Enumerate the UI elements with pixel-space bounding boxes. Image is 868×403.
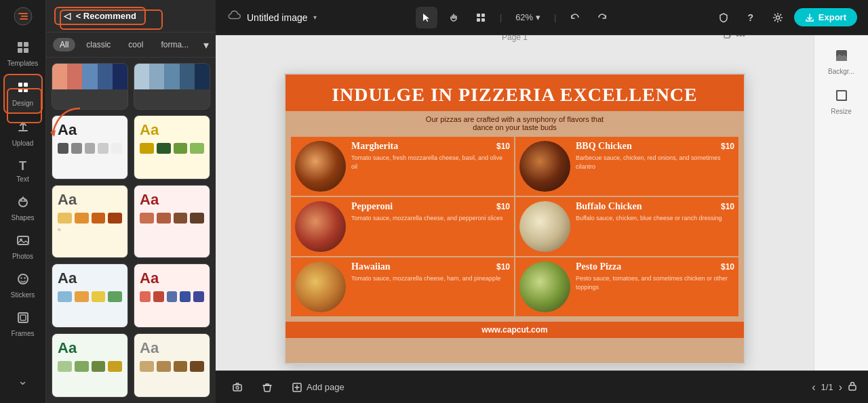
font-swatch	[85, 143, 96, 154]
item-price: $10	[496, 262, 510, 272]
palette-card-6[interactable]: Aa	[134, 185, 210, 259]
undo-button[interactable]	[564, 7, 586, 28]
prev-page-button[interactable]: ‹	[812, 381, 815, 394]
sidebar-item-templates-label: Templates	[7, 60, 39, 67]
canvas-title: INDULGE IN PIZZERIA EXCELLENCE	[296, 84, 733, 106]
help-button[interactable]: ?	[740, 7, 762, 28]
filter-formal[interactable]: forma...	[154, 38, 195, 51]
hand-tool-button[interactable]	[443, 7, 465, 28]
layout-tool-button[interactable]	[470, 7, 492, 28]
back-chevron: ◁	[64, 11, 71, 21]
design-icon	[16, 81, 30, 98]
svg-rect-1	[18, 42, 22, 47]
redo-button[interactable]	[591, 7, 613, 28]
pizza-menu-canvas[interactable]: INDULGE IN PIZZERIA EXCELLENCE Our pizza…	[284, 73, 745, 364]
font-aa-label: Aa	[58, 191, 122, 209]
swatch	[52, 64, 67, 89]
sidebar-item-stickers[interactable]: Stickers	[3, 267, 43, 304]
item-price: $10	[496, 202, 510, 211]
filter-row: All classic cool forma... ▾	[46, 33, 216, 58]
next-page-button[interactable]: ›	[839, 381, 842, 394]
palette-card-3[interactable]: Aa	[52, 115, 128, 179]
palette-card-2[interactable]	[134, 63, 210, 110]
item-price: $10	[721, 202, 734, 211]
filter-cool[interactable]: cool	[121, 38, 150, 51]
menu-name-row: Pesto Pizza $10	[576, 261, 734, 272]
canvas-area[interactable]: Page 1 ••• INDULGE IN PIZZERIA EXCELLENC…	[216, 35, 814, 370]
canvas-header: INDULGE IN PIZZERIA EXCELLENCE	[285, 75, 744, 111]
item-price: $10	[721, 142, 734, 151]
settings-button[interactable]	[767, 7, 789, 28]
palette-card-7[interactable]: Aa	[52, 263, 128, 328]
menu-info: Margherita $10 Tomato sauce, fresh mozza…	[351, 141, 510, 171]
font-aa-label: Aa	[140, 339, 204, 357]
font-swatch	[92, 291, 106, 302]
svg-rect-18	[481, 14, 485, 17]
svg-point-14	[24, 277, 25, 278]
svg-rect-5	[18, 83, 22, 87]
document-title: Untitled image	[247, 12, 308, 23]
font-swatch	[140, 143, 154, 154]
delete-page-button[interactable]	[256, 377, 278, 398]
divider2: |	[554, 13, 556, 22]
font-swatch	[157, 361, 171, 372]
menu-item: Hawaiian $10 Tomato sauce, mozzarella ch…	[291, 257, 514, 316]
lock-button[interactable]	[848, 381, 857, 394]
page-copy-button[interactable]	[722, 35, 732, 41]
zoom-label: 62%	[515, 12, 533, 22]
menu-name-row: Hawaiian $10	[351, 261, 510, 272]
font-swatch	[153, 291, 164, 302]
background-tool[interactable]: Backgr...	[818, 43, 865, 81]
title-chevron-icon[interactable]: ▾	[313, 14, 317, 21]
swatch-row	[134, 64, 210, 89]
zoom-chevron-icon: ▾	[536, 12, 540, 22]
select-tool-button[interactable]	[416, 7, 437, 28]
zoom-control[interactable]: 62% ▾	[510, 9, 546, 25]
font-swatch	[190, 361, 204, 372]
stickers-icon	[16, 272, 30, 289]
page-more-button[interactable]: •••	[736, 35, 745, 41]
recommend-button[interactable]: ◁ < Recommend	[54, 7, 146, 25]
palette-card-4[interactable]: Aa	[134, 115, 210, 179]
divider: |	[500, 13, 502, 22]
top-bar-right: ? Export	[713, 7, 857, 28]
sidebar-item-templates[interactable]: Templates	[3, 35, 43, 72]
menu-item: Buffalo Chicken $10 Buffalo sauce, chick…	[515, 197, 738, 256]
palette-card-9[interactable]: Aa	[52, 333, 128, 398]
font-swatch	[75, 213, 89, 224]
filter-all[interactable]: All	[53, 38, 75, 51]
font-swatch	[108, 291, 122, 302]
palette-card-8[interactable]: Aa	[134, 263, 210, 328]
palette-card-10[interactable]: Aa	[134, 333, 210, 398]
sidebar-item-photos[interactable]: Photos	[3, 228, 43, 266]
font-aa-label: Aa	[140, 191, 204, 209]
top-bar-left: Untitled image ▾	[226, 9, 317, 25]
sidebar-item-design[interactable]: Design	[3, 74, 43, 114]
font-swatch	[167, 291, 178, 302]
menu-name-row: Buffalo Chicken $10	[576, 201, 734, 212]
sidebar-item-text[interactable]: T Text	[3, 154, 43, 188]
svg-rect-7	[18, 88, 22, 92]
export-button[interactable]: Export	[794, 8, 857, 26]
background-label: Backgr...	[828, 68, 854, 75]
menu-name-row: BBQ Chicken $10	[576, 141, 734, 152]
svg-rect-19	[477, 18, 480, 22]
snapshot-button[interactable]	[226, 377, 248, 398]
sidebar-item-shapes[interactable]: Shapes	[3, 190, 43, 227]
pizza-image-margherita	[295, 141, 346, 192]
add-page-button[interactable]: Add page	[286, 379, 350, 396]
font-swatch	[71, 143, 82, 154]
shield-button[interactable]	[713, 7, 734, 28]
filter-classic[interactable]: classic	[79, 38, 117, 51]
svg-rect-4	[24, 48, 28, 53]
sidebar-item-upload[interactable]: Upload	[3, 115, 43, 152]
menu-item: BBQ Chicken $10 Barbecue sauce, chicken,…	[515, 137, 738, 196]
sidebar-item-frames[interactable]: Frames	[3, 305, 43, 343]
palette-card-1[interactable]	[52, 63, 128, 110]
filter-more-button[interactable]: ▾	[203, 39, 209, 51]
swatch	[195, 64, 210, 89]
palette-card-5[interactable]: Aa ≈	[52, 185, 128, 259]
sidebar-item-more[interactable]: ⌄	[3, 368, 43, 394]
item-desc: Buffalo sauce, chicken, blue cheese or r…	[576, 214, 734, 223]
resize-tool[interactable]: Resize	[818, 83, 865, 121]
